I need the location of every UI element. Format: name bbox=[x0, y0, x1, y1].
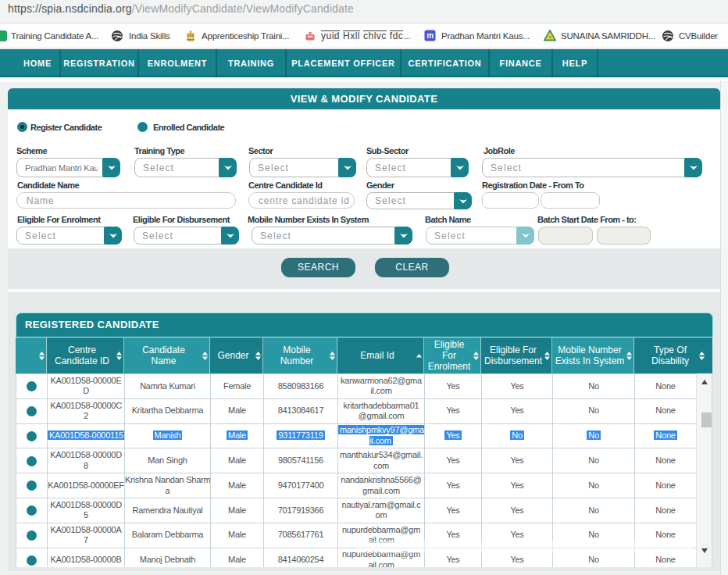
svg-text:76: 76 bbox=[548, 36, 551, 39]
svg-text:m: m bbox=[426, 31, 434, 40]
